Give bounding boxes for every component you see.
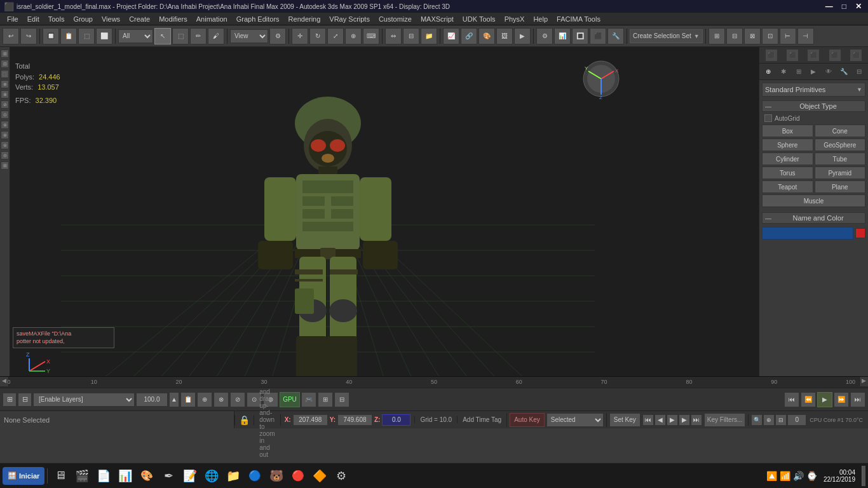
select-rotate-button[interactable]: ↻	[309, 28, 326, 44]
menu-physx[interactable]: PhysX	[500, 15, 529, 24]
pb-icon-1[interactable]: ⊞	[3, 393, 17, 407]
menu-create[interactable]: Create	[125, 15, 154, 24]
select-move-button[interactable]: ✛	[292, 28, 308, 44]
extras-1[interactable]: ⊞	[709, 28, 725, 44]
rp-tab-utilities[interactable]: ⬛	[829, 49, 841, 62]
show-desktop-button[interactable]	[862, 466, 865, 486]
x-coord-input[interactable]	[293, 414, 328, 426]
select-arrow-button[interactable]: ↖	[154, 28, 171, 44]
color-swatch[interactable]	[855, 228, 865, 238]
taskbar-app-8[interactable]: 🌐	[201, 467, 222, 485]
taskbar-app-12[interactable]: 🔴	[288, 467, 308, 485]
filter-select[interactable]: All	[118, 29, 153, 43]
prim-pyramid[interactable]: Pyramid	[815, 166, 866, 179]
window-crossing-button[interactable]: ⬜	[96, 28, 112, 44]
menu-facima[interactable]: FACIMA Tools	[552, 15, 605, 24]
taskbar-app-5[interactable]: 🎨	[137, 467, 157, 485]
rp-tab-display[interactable]: ⬛	[765, 49, 778, 62]
lt-btn-1[interactable]: ⊞	[1, 50, 9, 58]
menu-file[interactable]: File	[3, 15, 23, 24]
z-coord-input[interactable]	[382, 414, 410, 426]
selected-dropdown[interactable]: Selected	[546, 413, 604, 427]
lt-btn-6[interactable]: ⊘	[1, 100, 9, 109]
taskbar-icon-4[interactable]: ⌚	[806, 471, 817, 481]
lock-icon[interactable]: 🔒	[234, 415, 254, 425]
gpu-icon[interactable]: GPU	[280, 392, 300, 407]
layer-select[interactable]: [Enable Layers]	[33, 393, 135, 407]
lt-btn-7[interactable]: ⊙	[1, 111, 9, 119]
lt-btn-3[interactable]: ⬚	[1, 70, 9, 78]
rp-sec-create[interactable]: ⊕	[762, 65, 775, 78]
view-select[interactable]: View	[230, 29, 268, 43]
extras-2[interactable]: ⊟	[726, 28, 743, 44]
prim-torus[interactable]: Torus	[762, 166, 813, 179]
frame-prev-step[interactable]: ◀	[654, 414, 666, 426]
menu-group[interactable]: Group	[69, 15, 97, 24]
rect-select-button[interactable]: ⬚	[78, 28, 95, 44]
timeline-scroll-right[interactable]: ▶	[859, 376, 868, 386]
prim-sphere[interactable]: Sphere	[762, 139, 813, 151]
key-filters-button[interactable]: Key Filters...	[704, 413, 746, 427]
taskbar-app-13[interactable]: 🔶	[309, 467, 330, 485]
extras-3[interactable]: ⊠	[744, 28, 761, 44]
extras-5[interactable]: ⊢	[780, 28, 796, 44]
object-type-collapse[interactable]: —	[765, 103, 771, 110]
marquee-button[interactable]: ⬚	[172, 28, 189, 44]
lt-btn-9[interactable]: ⊛	[1, 131, 9, 139]
next-frame-button[interactable]: ⏩	[834, 392, 849, 407]
zoom-extents[interactable]: 🔍	[751, 414, 763, 426]
toolbar-icon-4[interactable]: ⬛	[590, 28, 606, 44]
lt-btn-4[interactable]: ⊕	[1, 80, 9, 88]
close-button[interactable]: ✕	[853, 2, 864, 11]
zoom-in[interactable]: ⊕	[763, 414, 775, 426]
mirror-button[interactable]: ⇔	[385, 28, 402, 44]
rp-tab-motion[interactable]: ⬛	[786, 49, 799, 62]
prim-teapot[interactable]: Teapot	[762, 180, 813, 193]
menu-edit[interactable]: Edit	[23, 15, 44, 24]
curve-editor-button[interactable]: 📈	[443, 28, 459, 44]
go-end-button[interactable]: ⏭	[850, 392, 865, 407]
autogrid-checkbox[interactable]	[764, 114, 772, 122]
rp-sec-modify[interactable]: ✱	[777, 65, 790, 78]
pb-icon-2[interactable]: ⊟	[18, 393, 32, 407]
menu-tools[interactable]: Tools	[44, 15, 69, 24]
toolbar-icon-1[interactable]: ⚙	[536, 28, 553, 44]
select-scale-button[interactable]: ⤢	[327, 28, 344, 44]
go-start-button[interactable]: ⏮	[784, 392, 799, 407]
name-input[interactable]	[762, 227, 853, 240]
schematic-view-button[interactable]: 🔗	[461, 28, 477, 44]
layer-manager-button[interactable]: 📁	[421, 28, 437, 44]
align-button[interactable]: ⊟	[403, 28, 419, 44]
menu-graph-editors[interactable]: Graph Editors	[232, 15, 284, 24]
start-button[interactable]: 🪟 Iniciar	[3, 467, 44, 485]
frame-play[interactable]: ▶	[667, 414, 678, 426]
taskbar-icon-3[interactable]: 🔊	[793, 471, 804, 481]
extras-4[interactable]: ⊡	[762, 28, 778, 44]
prim-muscle[interactable]: Muscle	[762, 194, 865, 207]
select-object-button[interactable]: 🔲	[43, 28, 59, 44]
taskbar-app-1[interactable]: 🖥	[50, 467, 71, 485]
material-editor-button[interactable]: 🎨	[478, 28, 495, 44]
lt-btn-8[interactable]: ⊚	[1, 121, 9, 129]
lt-btn-2[interactable]: ⊟	[1, 60, 9, 68]
taskbar-app-4[interactable]: 📊	[115, 467, 135, 485]
pb-icon-11[interactable]: ⊟	[334, 392, 349, 407]
taskbar-app-2[interactable]: 🎬	[72, 467, 92, 485]
maximize-button[interactable]: □	[839, 2, 849, 11]
create-selection-set-button[interactable]: Create Selection Set ▼	[630, 29, 703, 43]
select-manipulate-button[interactable]: ⊕	[345, 28, 362, 44]
select-by-name-button[interactable]: 📋	[60, 28, 77, 44]
frame-next-step[interactable]: ▶	[679, 414, 690, 426]
taskbar-app-3[interactable]: 📄	[93, 467, 114, 485]
rp-tab-hierarchy[interactable]: ⬛	[807, 49, 820, 62]
menu-customize[interactable]: Customize	[374, 15, 416, 24]
lt-btn-12[interactable]: ⊞	[1, 161, 9, 170]
quick-render-button[interactable]: ▶	[514, 28, 531, 44]
name-color-collapse[interactable]: —	[765, 215, 771, 222]
menu-rendering[interactable]: Rendering	[284, 15, 325, 24]
rp-sec-hierarchy[interactable]: ⊞	[792, 65, 805, 78]
pb-icon-9[interactable]: 🎮	[301, 392, 316, 407]
menu-modifiers[interactable]: Modifiers	[154, 15, 192, 24]
taskbar-app-10[interactable]: 🔵	[245, 467, 265, 485]
rp-sec-motion[interactable]: ▶	[807, 65, 820, 78]
